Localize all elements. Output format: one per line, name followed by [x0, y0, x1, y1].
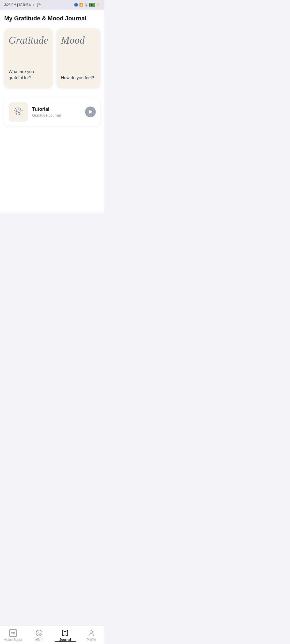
tutorial-play-button[interactable]: [85, 107, 96, 117]
svg-line-3: [20, 108, 21, 110]
page-title: My Gratitude & Mood Journal: [4, 15, 100, 22]
svg-line-4: [20, 111, 22, 111]
tutorial-card[interactable]: Tutorial Gratitude Journal: [4, 98, 100, 126]
tutorial-icon-box: [9, 102, 28, 122]
bluetooth-icon: 🔵: [74, 3, 78, 7]
screenshot-icon: ⊡ 💬: [33, 3, 40, 7]
wifi-icon: 📡: [84, 3, 88, 7]
status-bar: 3:28 PM | 624KB/s ⊡ 💬 🔵 📶 📡 41 ⚡: [0, 0, 104, 10]
play-triangle-icon: [89, 110, 93, 114]
gratitude-card[interactable]: Gratitude What are you grateful for?: [4, 28, 52, 87]
status-speed: | 624KB/s: [17, 3, 31, 7]
tutorial-icon: [12, 106, 24, 118]
status-icons: 🔵 📶 📡 41 ⚡: [74, 3, 100, 7]
gratitude-card-subtitle: What are you grateful for?: [9, 69, 48, 81]
svg-line-1: [16, 108, 17, 110]
gratitude-card-title: Gratitude: [9, 35, 48, 46]
cards-grid: Gratitude What are you grateful for? Moo…: [4, 28, 100, 87]
tutorial-subtitle: Gratitude Journal: [32, 113, 81, 118]
charging-icon: ⚡: [96, 3, 100, 7]
tutorial-text: Tutorial Gratitude Journal: [32, 107, 81, 118]
signal-icon: 📶: [79, 3, 83, 7]
mood-card-subtitle: How do you feel?: [61, 75, 94, 81]
battery-icon: 41: [89, 3, 95, 7]
tutorial-title: Tutorial: [32, 107, 81, 112]
status-time: 3:28 PM: [4, 3, 16, 7]
main-content: My Gratitude & Mood Journal Gratitude Wh…: [0, 10, 104, 213]
status-time-speed: 3:28 PM | 624KB/s ⊡ 💬: [4, 3, 41, 7]
mood-card[interactable]: Mood How do you feel?: [57, 28, 100, 87]
mood-card-title: Mood: [61, 35, 85, 46]
